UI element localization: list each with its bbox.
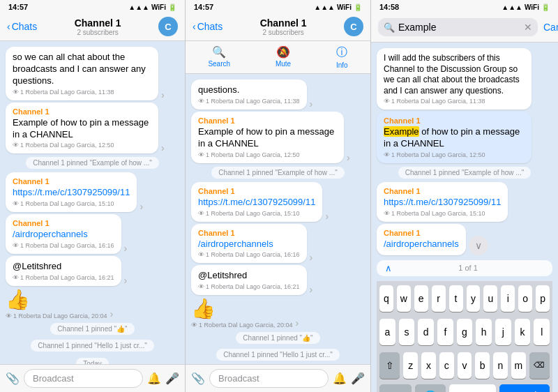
forward-icon-5[interactable]: › bbox=[124, 275, 128, 286]
message-bubble-2: Channel 1 Example of how to pin a messag… bbox=[6, 103, 158, 154]
mute-action-btn[interactable]: 🔕 Mute bbox=[276, 45, 291, 69]
channel-subtitle-2: 2 subscribers bbox=[227, 29, 340, 36]
key-numbers[interactable]: 123 bbox=[379, 384, 412, 392]
key-g[interactable]: g bbox=[457, 319, 473, 345]
attach-icon-1[interactable]: 📎 bbox=[6, 372, 20, 385]
search-msg-1: I will add the subscribers of this Chann… bbox=[377, 48, 552, 110]
cancel-button[interactable]: Cancel bbox=[543, 22, 558, 33]
search-bubble-1: I will add the subscribers of this Chann… bbox=[377, 48, 531, 110]
key-m[interactable]: m bbox=[511, 352, 526, 379]
key-p[interactable]: p bbox=[536, 285, 550, 312]
key-i[interactable]: i bbox=[501, 285, 515, 312]
forward-icon-2[interactable]: › bbox=[161, 142, 165, 153]
forward-icon-1[interactable]: › bbox=[161, 89, 165, 100]
key-z[interactable]: z bbox=[403, 352, 418, 379]
message-row-5: @Letitshred 👁1 Roberta Dal Lago Garcia, … bbox=[6, 256, 179, 286]
mic-icon-1[interactable]: 🎤 bbox=[165, 372, 179, 385]
key-o[interactable]: o bbox=[518, 285, 532, 312]
search-bubble-3: Channel 1 https://t.me/c/1307925099/11 👁… bbox=[377, 182, 508, 222]
pin2-1: Channel 1 pinned "Example of how ..." bbox=[211, 167, 345, 179]
search-prev-button[interactable]: ∧ bbox=[385, 263, 392, 273]
key-c[interactable]: c bbox=[439, 352, 454, 379]
broadcast-input-1[interactable]: Broadcast bbox=[24, 369, 143, 388]
keyboard: q w e r t y u i o p a s d f g h j k l bbox=[377, 281, 552, 392]
key-s[interactable]: s bbox=[399, 319, 415, 345]
key-globe[interactable]: 🌐 bbox=[415, 384, 446, 392]
messages-area-1: so we can all chat about the broadcasts … bbox=[0, 41, 185, 364]
key-u[interactable]: u bbox=[483, 285, 497, 312]
key-n[interactable]: n bbox=[493, 352, 508, 379]
forward-icon-4[interactable]: › bbox=[124, 243, 128, 254]
key-t[interactable]: t bbox=[449, 285, 463, 312]
bell-icon-2[interactable]: 🔔 bbox=[333, 372, 347, 385]
pin-notification-1: Channel 1 pinned "Example of how ..." bbox=[26, 157, 159, 169]
fwd2-6[interactable]: › bbox=[296, 317, 299, 329]
back-button-2[interactable]: ‹ Chats bbox=[193, 21, 223, 32]
broadcast-input-2[interactable]: Broadcast bbox=[209, 369, 329, 388]
nav-bar-1: ‹ Chats Channel 1 2 subscribers C bbox=[0, 13, 185, 41]
key-delete[interactable]: ⌫ bbox=[529, 352, 550, 379]
channel-avatar-1[interactable]: C bbox=[158, 17, 178, 36]
msg2-row-3: Channel 1 https://t.me/c/1307925099/11 👁… bbox=[191, 182, 365, 222]
info-action-icon: ⓘ bbox=[336, 45, 347, 60]
key-v[interactable]: v bbox=[458, 352, 472, 379]
forward-icon-3[interactable]: › bbox=[140, 201, 143, 212]
channel-avatar-2[interactable]: C bbox=[344, 17, 363, 36]
expand-button[interactable]: ∨ bbox=[469, 236, 488, 255]
key-e[interactable]: e bbox=[414, 285, 428, 312]
key-r[interactable]: r bbox=[432, 285, 446, 312]
key-f[interactable]: f bbox=[437, 319, 453, 345]
info-action-btn[interactable]: ⓘ Info bbox=[336, 45, 348, 69]
key-h[interactable]: h bbox=[476, 319, 492, 345]
time-1: 14:57 bbox=[8, 3, 28, 11]
search-navigation: ∧ 1 of 1 bbox=[377, 260, 552, 276]
attach-icon-2[interactable]: 📎 bbox=[191, 372, 205, 385]
status-icons-3: ▲▲▲ WiFi 🔋 bbox=[502, 3, 550, 11]
search-clear-button[interactable]: ✕ bbox=[524, 22, 532, 33]
nav-bar-2: ‹ Chats Channel 1 2 subscribers C bbox=[186, 13, 370, 41]
keyboard-row-3: ⇧ z x c v b n m ⌫ bbox=[377, 348, 552, 382]
search-input[interactable] bbox=[398, 22, 520, 33]
fwd2-4[interactable]: › bbox=[310, 252, 313, 263]
msg2-bubble-5: @Letitshred 👁1 Roberta Dal Lago Garcia, … bbox=[191, 265, 307, 295]
key-k[interactable]: k bbox=[515, 319, 531, 345]
search-action-btn[interactable]: 🔍 Search bbox=[208, 45, 230, 69]
panel-2: 14:57 ▲▲▲ WiFi 🔋 ‹ Chats Channel 1 2 sub… bbox=[186, 0, 371, 392]
key-d[interactable]: d bbox=[418, 319, 434, 345]
message-row-3: Channel 1 https://t.me/c/1307925099/11 👁… bbox=[6, 172, 179, 212]
msg2-row-4: Channel 1 /airdroperchannels 👁1 Roberta … bbox=[191, 224, 365, 264]
fwd2-3[interactable]: › bbox=[325, 211, 329, 222]
forward-icon-6[interactable]: › bbox=[110, 308, 114, 319]
time-3: 14:58 bbox=[379, 3, 399, 11]
mute-action-icon: 🔕 bbox=[276, 45, 290, 59]
key-q[interactable]: q bbox=[379, 285, 393, 312]
msg2-row-2: Channel 1 Example of how to pin a messag… bbox=[191, 112, 365, 163]
search-msg-2: Channel 1 Example of how to pin a messag… bbox=[377, 112, 552, 163]
key-space[interactable]: space bbox=[449, 384, 496, 392]
mic-icon-2[interactable]: 🎤 bbox=[351, 372, 365, 385]
status-icons-2: ▲▲▲ WiFi 🔋 bbox=[314, 3, 362, 11]
key-b[interactable]: b bbox=[475, 352, 490, 379]
pin-notification-2: Channel 1 pinned "👍" bbox=[50, 323, 134, 335]
key-search[interactable]: Search bbox=[499, 384, 550, 392]
key-j[interactable]: j bbox=[495, 319, 511, 345]
fwd2-2[interactable]: › bbox=[347, 152, 350, 163]
key-y[interactable]: y bbox=[467, 285, 481, 312]
key-x[interactable]: x bbox=[421, 352, 436, 379]
bell-icon-1[interactable]: 🔔 bbox=[147, 372, 161, 385]
msg2-bubble-4: Channel 1 /airdroperchannels 👁1 Roberta … bbox=[191, 224, 307, 264]
message-row-1: so we can all chat about the broadcasts … bbox=[6, 47, 179, 100]
search-panel: 14:58 ▲▲▲ WiFi 🔋 🔍 ✕ Cancel I will add t… bbox=[371, 0, 558, 392]
key-w[interactable]: w bbox=[397, 285, 411, 312]
fwd2-1[interactable]: › bbox=[310, 98, 313, 110]
search-bar: 🔍 ✕ Cancel bbox=[371, 13, 558, 43]
key-l[interactable]: l bbox=[534, 319, 550, 345]
msg2-row-6: 👍 👁1 Roberta Dal Lago Garcia, 20:04 › bbox=[191, 297, 365, 329]
fwd2-5[interactable]: › bbox=[310, 284, 313, 295]
search-msg-4: Channel 1 /airdroperchannels ∨ bbox=[377, 224, 552, 255]
search-icon: 🔍 bbox=[384, 22, 395, 33]
back-button-1[interactable]: ‹ Chats bbox=[7, 21, 37, 32]
key-a[interactable]: a bbox=[379, 319, 395, 345]
search-count: 1 of 1 bbox=[458, 264, 478, 272]
key-shift[interactable]: ⇧ bbox=[379, 352, 400, 379]
